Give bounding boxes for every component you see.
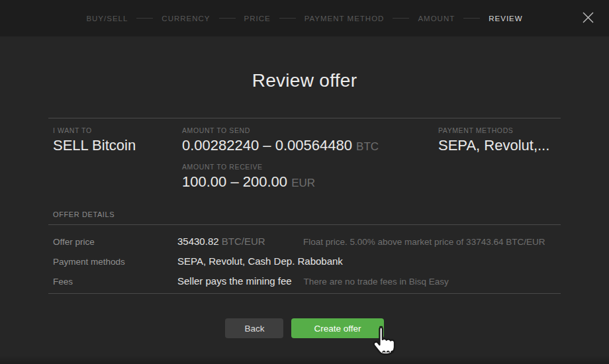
offer-price-pair: BTC/EUR [219,236,265,247]
stepper-dash [136,18,153,19]
offer-details-header: OFFER DETAILS [53,210,561,218]
amount-to-send-value: 0.00282240 – 0.00564480 BTC [182,136,438,156]
amount-to-receive-label: AMOUNT TO RECEIVE [182,162,438,172]
wizard-stepper: BUY/SELL CURRENCY PRICE PAYMENT METHOD A… [86,15,522,23]
stepper-step[interactable]: REVIEW [489,15,522,23]
summary-direction: I WANT TO SELL Bitcoin [53,126,182,193]
offer-price-number: 35430.82 [177,236,219,247]
amount-to-send-code: BTC [356,140,379,153]
amount-to-send-range: 0.00282240 – 0.00564480 [182,137,352,154]
payment-methods-list: SEPA, Revolut, Cash Dep. Rabobank [177,255,343,267]
wizard-top-bar: BUY/SELL CURRENCY PRICE PAYMENT METHOD A… [0,0,609,36]
stepper-dash [393,18,409,19]
divider [48,293,561,294]
amount-to-receive-code: EUR [291,177,315,189]
summary-amounts: AMOUNT TO SEND 0.00282240 – 0.00564480 B… [182,126,438,193]
amount-to-receive: AMOUNT TO RECEIVE 100.00 – 200.00 EUR [182,162,438,193]
offer-summary: I WANT TO SELL Bitcoin AMOUNT TO SEND 0.… [48,118,561,193]
back-button[interactable]: Back [225,318,283,338]
action-buttons: Back Create offer [48,318,561,338]
close-icon [582,11,594,26]
payment-methods-value: SEPA, Revolut,... [438,136,561,155]
row-value: 35430.82 BTC/EUR [177,236,303,247]
row-note: There are no trade fees in Bisq Easy [304,277,449,287]
amount-to-send-label: AMOUNT TO SEND [182,126,438,136]
stepper-dash [279,18,296,19]
direction-label: I WANT TO [53,126,182,136]
stepper-step[interactable]: PAYMENT METHOD [304,15,385,23]
amount-to-send: AMOUNT TO SEND 0.00282240 – 0.00564480 B… [182,126,438,156]
row-value: Seller pays the mining fee [177,275,304,287]
stepper-step[interactable]: CURRENCY [162,15,210,23]
direction-value: SELL Bitcoin [53,136,182,155]
row-value: SEPA, Revolut, Cash Dep. Rabobank [177,255,355,267]
table-row-offer-price: Offer price 35430.82 BTC/EUR Float price… [53,231,561,251]
stepper-step[interactable]: PRICE [244,15,271,23]
bottom-shadow [0,355,609,364]
close-button[interactable] [579,9,597,28]
amount-to-receive-range: 100.00 – 200.00 [182,173,287,190]
row-label: Offer price [53,237,177,247]
create-offer-button[interactable]: Create offer [291,318,383,338]
table-row-payment-methods: Payment methods SEPA, Revolut, Cash Dep.… [53,251,561,271]
review-content: I WANT TO SELL Bitcoin AMOUNT TO SEND 0.… [48,118,561,338]
payment-methods-label: PAYMENT METHODS [438,126,561,136]
fees-value: Seller pays the mining fee [177,275,292,287]
row-note: Float price. 5.00% above market price of… [303,237,545,247]
page-title: Review offer [0,70,609,91]
stepper-step[interactable]: AMOUNT [418,15,455,23]
offer-details-table: Offer price 35430.82 BTC/EUR Float price… [48,225,561,291]
amount-to-receive-value: 100.00 – 200.00 EUR [182,172,438,193]
row-label: Payment methods [53,257,177,267]
row-label: Fees [53,277,177,287]
summary-payment-methods: PAYMENT METHODS SEPA, Revolut,... [438,126,561,193]
stepper-dash [463,18,480,19]
table-row-fees: Fees Seller pays the mining fee There ar… [53,271,561,291]
stepper-dash [219,18,236,19]
stepper-step[interactable]: BUY/SELL [86,15,128,23]
